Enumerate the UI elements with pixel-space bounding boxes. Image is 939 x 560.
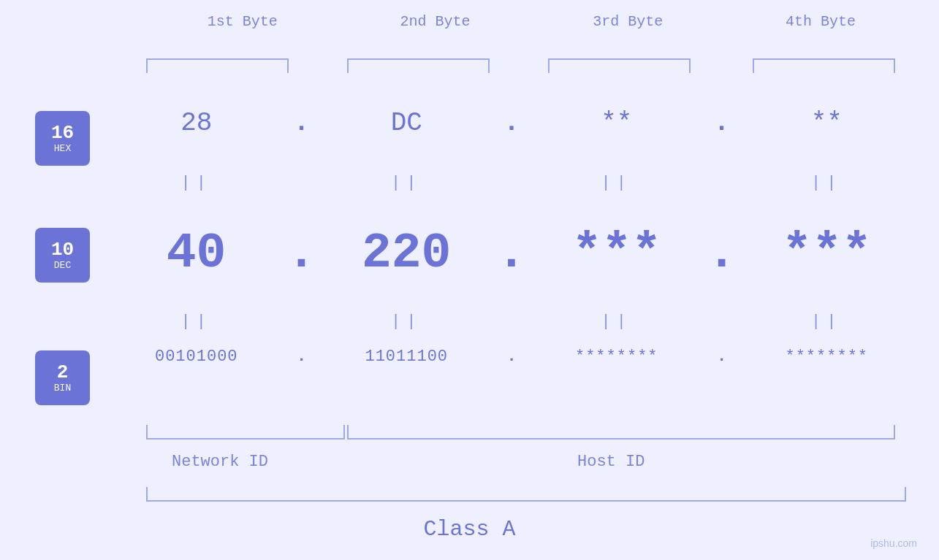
bin-dot1: . xyxy=(287,348,316,366)
eq1-byte1: || xyxy=(106,174,287,192)
row-bin: 00101000 . 11011100 . ******** . *******… xyxy=(106,348,917,366)
col-header-1: 1st Byte xyxy=(146,13,339,30)
bin-byte2: 11011100 xyxy=(316,348,498,366)
bin-byte1: 00101000 xyxy=(106,348,287,366)
equals-row-1: || || || || xyxy=(106,174,917,192)
bin-byte4: ******** xyxy=(737,348,918,366)
badge-hex: 16 HEX xyxy=(35,111,90,166)
bracket-network xyxy=(146,425,345,440)
bracket-full xyxy=(146,487,906,502)
eq1-byte3: || xyxy=(526,174,707,192)
hex-byte2: DC xyxy=(316,108,498,138)
col-header-2: 2nd Byte xyxy=(339,13,532,30)
dec-byte1: 40 xyxy=(106,225,286,281)
row-dec: 40 . 220 . *** . *** xyxy=(106,225,917,281)
badge-dec-label: DEC xyxy=(54,260,71,271)
eq1-byte4: || xyxy=(737,174,918,192)
bracket-host xyxy=(347,425,895,440)
hex-byte4: ** xyxy=(737,108,918,138)
bin-dot2: . xyxy=(497,348,526,366)
dec-dot3: . xyxy=(707,225,737,281)
badge-bin-number: 2 xyxy=(57,362,69,383)
hex-dot1: . xyxy=(287,108,316,138)
eq2-byte3: || xyxy=(526,312,707,331)
bin-byte3: ******** xyxy=(526,348,707,366)
column-headers: 1st Byte 2nd Byte 3rd Byte 4th Byte xyxy=(146,13,917,30)
dec-byte4: *** xyxy=(737,225,917,281)
bin-dot3: . xyxy=(707,348,737,366)
eq1-byte2: || xyxy=(316,174,498,192)
row-hex: 28 . DC . ** . ** xyxy=(106,108,917,138)
hex-dot2: . xyxy=(497,108,526,138)
eq2-byte4: || xyxy=(737,312,918,331)
network-id-label: Network ID xyxy=(172,453,268,471)
badge-hex-label: HEX xyxy=(54,143,71,154)
hex-dot3: . xyxy=(707,108,737,138)
dec-dot2: . xyxy=(497,225,527,281)
eq2-byte1: || xyxy=(106,312,287,331)
equals-row-2: || || || || xyxy=(106,312,917,331)
host-id-label: Host ID xyxy=(577,453,645,471)
watermark: ipshu.com xyxy=(870,537,917,549)
dec-byte2: 220 xyxy=(316,225,497,281)
dec-dot1: . xyxy=(286,225,316,281)
bracket-top-2 xyxy=(347,58,490,73)
class-label: Class A xyxy=(423,517,515,542)
main-container: 1st Byte 2nd Byte 3rd Byte 4th Byte 16 H… xyxy=(0,0,939,560)
badge-dec: 10 DEC xyxy=(35,228,90,283)
badge-bin-label: BIN xyxy=(54,383,71,394)
badge-dec-number: 10 xyxy=(51,239,74,261)
bracket-top-4 xyxy=(753,58,895,73)
hex-byte3: ** xyxy=(526,108,707,138)
bracket-top-1 xyxy=(146,58,289,73)
col-header-3: 3rd Byte xyxy=(532,13,725,30)
dec-byte3: *** xyxy=(526,225,707,281)
eq2-byte2: || xyxy=(316,312,498,331)
hex-byte1: 28 xyxy=(106,108,287,138)
badge-bin: 2 BIN xyxy=(35,350,90,405)
col-header-4: 4th Byte xyxy=(724,13,917,30)
bracket-top-3 xyxy=(548,58,691,73)
badge-hex-number: 16 xyxy=(51,123,74,144)
